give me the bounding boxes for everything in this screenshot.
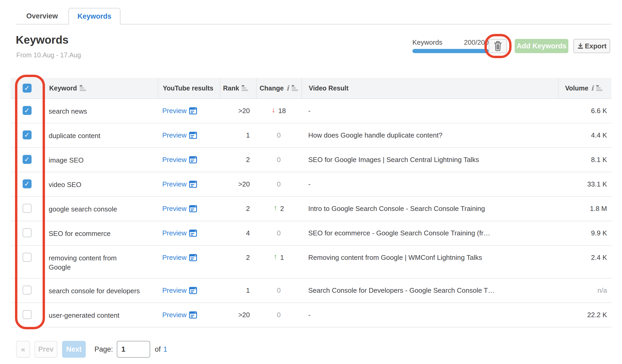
preview-link[interactable]: Preview: [162, 311, 197, 319]
row-checkbox[interactable]: ✓: [23, 106, 32, 115]
change-value: 0: [277, 180, 281, 188]
volume-cell: 8.1 K: [558, 148, 611, 164]
preview-label: Preview: [162, 286, 186, 295]
row-checkbox[interactable]: ✓: [23, 130, 32, 139]
row-checkbox[interactable]: [23, 253, 32, 262]
keywords-progress-fill: [412, 49, 489, 53]
table-row: user-generated content Preview >20 0: [11, 303, 611, 327]
browser-window-icon: [189, 205, 197, 212]
delete-keywords-button[interactable]: [489, 39, 507, 53]
table-row: ✓ video SEO Preview >20: [11, 172, 611, 197]
preview-link[interactable]: Preview: [162, 205, 197, 213]
change-value: 0: [277, 156, 281, 164]
row-checkbox[interactable]: ✓: [23, 155, 32, 164]
rank-cell: 2: [220, 148, 256, 164]
next-page-button[interactable]: Next: [62, 341, 86, 358]
table-row: google search console Preview 2 ↑ 2: [11, 197, 611, 221]
export-label: Export: [585, 42, 606, 50]
volume-cell: 6.6 K: [558, 99, 611, 115]
change-cell: 0: [256, 303, 301, 319]
keyword-cell: removing content from Google: [43, 246, 158, 272]
tab-bar: Overview Keywords: [16, 8, 611, 24]
preview-label: Preview: [162, 180, 186, 188]
sort-icon[interactable]: [242, 85, 248, 91]
rank-cell: >20: [220, 172, 256, 188]
checkmark-icon: ✓: [24, 85, 30, 92]
tab-keywords[interactable]: Keywords: [68, 8, 120, 24]
pagination: « Prev Next Page: of 1: [16, 341, 167, 358]
preview-link[interactable]: Preview: [162, 180, 197, 188]
change-value: 18: [278, 107, 286, 115]
info-icon[interactable]: i: [591, 85, 594, 92]
change-value: 0: [277, 286, 281, 295]
browser-window-icon: [189, 156, 197, 163]
preview-link[interactable]: Preview: [162, 131, 197, 139]
preview-link[interactable]: Preview: [162, 254, 197, 262]
row-checkbox[interactable]: [23, 286, 32, 295]
volume-cell: n/a: [558, 279, 611, 295]
add-keywords-button[interactable]: Add Keywords: [515, 39, 568, 53]
rank-cell: 1: [220, 123, 256, 139]
change-arrow-icon: ↑: [274, 204, 277, 213]
preview-link[interactable]: Preview: [162, 156, 197, 164]
sort-icon[interactable]: [80, 85, 86, 91]
keyword-cell: google search console: [43, 197, 158, 214]
video-result-cell: Removing content from Google | WMConf Li…: [301, 246, 558, 262]
column-header-video-result: Video Result: [301, 78, 558, 98]
table-row: ✓ duplicate content Preview 1: [11, 123, 611, 148]
keywords-counter: Keywords 200/200: [412, 38, 489, 47]
preview-link[interactable]: Preview: [162, 229, 197, 237]
keyword-cell: duplicate content: [43, 123, 158, 140]
video-result-cell: -: [301, 303, 558, 319]
prev-page-button[interactable]: Prev: [34, 341, 57, 358]
change-value: 1: [280, 254, 284, 262]
checkmark-icon: ✓: [24, 180, 30, 187]
checkmark-icon: ✓: [24, 107, 30, 114]
first-page-button[interactable]: «: [16, 341, 30, 358]
checkmark-icon: ✓: [24, 156, 30, 163]
sort-icon[interactable]: [596, 85, 603, 91]
change-value: 2: [280, 205, 284, 213]
change-cell: 0: [256, 279, 301, 295]
rank-cell: 2: [220, 197, 256, 213]
change-cell: ↑ 2: [256, 197, 301, 213]
preview-link[interactable]: Preview: [162, 286, 197, 295]
table-row: removing content from Google Preview 2 ↑…: [11, 246, 611, 279]
browser-window-icon: [189, 254, 197, 261]
keywords-counter-label: Keywords: [412, 38, 442, 47]
keyword-cell: image SEO: [43, 148, 158, 165]
preview-label: Preview: [162, 156, 186, 164]
select-all-checkbox[interactable]: ✓: [23, 84, 32, 93]
keywords-page: Overview Keywords Keywords From 10.Aug -…: [0, 0, 622, 364]
change-value: 0: [277, 229, 281, 237]
row-checkbox[interactable]: [23, 204, 32, 213]
rank-cell: >20: [220, 303, 256, 319]
row-checkbox[interactable]: ✓: [23, 179, 32, 188]
date-range-label: From 10.Aug - 17.Aug: [16, 51, 81, 59]
export-button[interactable]: Export: [573, 39, 610, 53]
change-arrow-icon: ↑: [274, 253, 277, 262]
page-label: Page:: [94, 345, 113, 353]
column-header-change: Change i: [256, 78, 301, 98]
rank-cell: 1: [220, 279, 256, 295]
change-arrow-icon: ↓: [272, 106, 275, 115]
page-of-label: of: [155, 345, 161, 353]
preview-link[interactable]: Preview: [162, 107, 197, 115]
row-checkbox[interactable]: [23, 228, 32, 237]
row-checkbox[interactable]: [23, 310, 32, 319]
volume-cell: 33.1 K: [558, 172, 611, 188]
preview-label: Preview: [162, 131, 186, 139]
sort-icon[interactable]: [292, 85, 298, 91]
keyword-cell: SEO for ecommerce: [43, 221, 158, 238]
change-cell: 0: [256, 172, 301, 188]
page-number-input[interactable]: [117, 341, 150, 358]
download-icon: [577, 43, 584, 49]
info-icon[interactable]: i: [286, 85, 289, 92]
tab-overview[interactable]: Overview: [16, 8, 68, 24]
column-header-youtube-results: YouTube results: [158, 78, 220, 98]
change-cell: ↑ 1: [256, 246, 301, 262]
change-value: 0: [277, 311, 281, 319]
video-result-cell: Search Console for Developers - Google S…: [301, 279, 558, 295]
change-cell: ↓ 18: [256, 99, 301, 115]
preview-label: Preview: [162, 311, 186, 319]
